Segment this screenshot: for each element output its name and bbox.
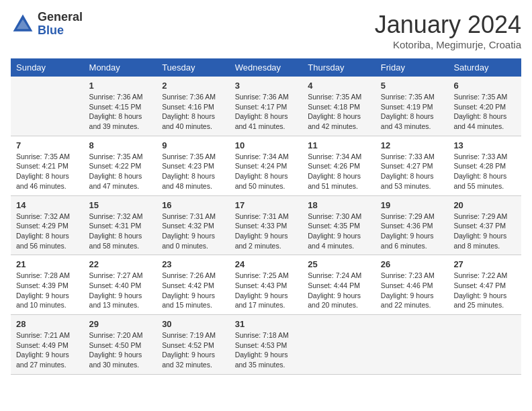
weekday-header: Saturday <box>448 58 521 77</box>
day-info: Sunrise: 7:27 AM Sunset: 4:40 PM Dayligh… <box>89 271 152 310</box>
calendar-cell: 19Sunrise: 7:29 AM Sunset: 4:36 PM Dayli… <box>375 195 449 255</box>
day-info: Sunrise: 7:19 AM Sunset: 4:52 PM Dayligh… <box>162 330 224 370</box>
weekday-header: Sunday <box>11 58 84 77</box>
day-info: Sunrise: 7:20 AM Sunset: 4:50 PM Dayligh… <box>89 330 152 370</box>
calendar-week-row: 1Sunrise: 7:36 AM Sunset: 4:15 PM Daylig… <box>11 77 521 136</box>
weekday-header: Monday <box>84 58 157 77</box>
title-block: January 2024 Kotoriba, Megimurje, Croati… <box>375 11 521 50</box>
page-header: General Blue January 2024 Kotoriba, Megi… <box>11 11 521 50</box>
day-info: Sunrise: 7:36 AM Sunset: 4:15 PM Dayligh… <box>89 92 152 132</box>
calendar-cell: 21Sunrise: 7:28 AM Sunset: 4:39 PM Dayli… <box>11 255 84 315</box>
calendar-week-row: 14Sunrise: 7:32 AM Sunset: 4:29 PM Dayli… <box>11 195 521 255</box>
calendar-cell: 9Sunrise: 7:35 AM Sunset: 4:23 PM Daylig… <box>157 136 230 195</box>
day-number: 22 <box>89 259 152 269</box>
day-info: Sunrise: 7:35 AM Sunset: 4:18 PM Dayligh… <box>308 92 370 132</box>
calendar-cell: 31Sunrise: 7:18 AM Sunset: 4:53 PM Dayli… <box>230 315 303 375</box>
calendar-cell <box>11 77 84 136</box>
day-info: Sunrise: 7:33 AM Sunset: 4:28 PM Dayligh… <box>453 152 516 191</box>
day-number: 29 <box>89 319 152 329</box>
calendar-cell: 26Sunrise: 7:23 AM Sunset: 4:46 PM Dayli… <box>375 255 449 315</box>
day-info: Sunrise: 7:31 AM Sunset: 4:33 PM Dayligh… <box>235 212 298 251</box>
day-info: Sunrise: 7:26 AM Sunset: 4:42 PM Dayligh… <box>162 271 224 310</box>
calendar-cell: 2Sunrise: 7:36 AM Sunset: 4:16 PM Daylig… <box>157 77 230 136</box>
calendar-cell: 8Sunrise: 7:35 AM Sunset: 4:22 PM Daylig… <box>84 136 157 195</box>
calendar-cell: 27Sunrise: 7:22 AM Sunset: 4:47 PM Dayli… <box>448 255 521 315</box>
day-number: 1 <box>89 81 152 91</box>
day-info: Sunrise: 7:31 AM Sunset: 4:32 PM Dayligh… <box>162 212 224 251</box>
day-number: 21 <box>16 259 79 269</box>
day-number: 23 <box>162 259 224 269</box>
day-info: Sunrise: 7:23 AM Sunset: 4:46 PM Dayligh… <box>381 271 443 310</box>
day-number: 8 <box>89 140 152 150</box>
calendar-cell: 16Sunrise: 7:31 AM Sunset: 4:32 PM Dayli… <box>157 195 230 255</box>
weekday-header: Thursday <box>302 58 375 77</box>
day-number: 15 <box>89 200 152 210</box>
day-info: Sunrise: 7:32 AM Sunset: 4:29 PM Dayligh… <box>16 212 79 251</box>
calendar-body: 1Sunrise: 7:36 AM Sunset: 4:15 PM Daylig… <box>11 77 521 374</box>
calendar-cell: 23Sunrise: 7:26 AM Sunset: 4:42 PM Dayli… <box>157 255 230 315</box>
day-info: Sunrise: 7:22 AM Sunset: 4:47 PM Dayligh… <box>453 271 516 310</box>
day-number: 17 <box>235 200 298 210</box>
day-number: 10 <box>235 140 298 150</box>
calendar-cell: 29Sunrise: 7:20 AM Sunset: 4:50 PM Dayli… <box>84 315 157 375</box>
day-info: Sunrise: 7:29 AM Sunset: 4:37 PM Dayligh… <box>453 212 516 251</box>
calendar-cell: 7Sunrise: 7:35 AM Sunset: 4:21 PM Daylig… <box>11 136 84 195</box>
logo-blue: Blue <box>38 24 64 37</box>
calendar-cell: 15Sunrise: 7:32 AM Sunset: 4:31 PM Dayli… <box>84 195 157 255</box>
calendar-table: SundayMondayTuesdayWednesdayThursdayFrid… <box>11 58 521 375</box>
calendar-cell: 5Sunrise: 7:35 AM Sunset: 4:19 PM Daylig… <box>375 77 449 136</box>
logo-general: General <box>38 10 83 24</box>
weekday-header: Wednesday <box>230 58 303 77</box>
calendar-header: SundayMondayTuesdayWednesdayThursdayFrid… <box>11 58 521 77</box>
calendar-week-row: 7Sunrise: 7:35 AM Sunset: 4:21 PM Daylig… <box>11 136 521 195</box>
day-info: Sunrise: 7:18 AM Sunset: 4:53 PM Dayligh… <box>235 330 298 370</box>
day-number: 6 <box>453 81 516 91</box>
day-number: 2 <box>162 81 224 91</box>
location: Kotoriba, Megimurje, Croatia <box>375 39 521 50</box>
calendar-cell: 4Sunrise: 7:35 AM Sunset: 4:18 PM Daylig… <box>302 77 375 136</box>
day-info: Sunrise: 7:25 AM Sunset: 4:43 PM Dayligh… <box>235 271 298 310</box>
calendar-week-row: 28Sunrise: 7:21 AM Sunset: 4:49 PM Dayli… <box>11 315 521 375</box>
calendar-cell: 10Sunrise: 7:34 AM Sunset: 4:24 PM Dayli… <box>230 136 303 195</box>
calendar-cell: 20Sunrise: 7:29 AM Sunset: 4:37 PM Dayli… <box>448 195 521 255</box>
day-number: 31 <box>235 319 298 329</box>
calendar-cell: 30Sunrise: 7:19 AM Sunset: 4:52 PM Dayli… <box>157 315 230 375</box>
day-number: 19 <box>381 200 443 210</box>
day-number: 5 <box>381 81 443 91</box>
day-number: 9 <box>162 140 224 150</box>
day-number: 16 <box>162 200 224 210</box>
calendar-cell: 1Sunrise: 7:36 AM Sunset: 4:15 PM Daylig… <box>84 77 157 136</box>
logo: General Blue <box>11 11 83 38</box>
day-number: 14 <box>16 200 79 210</box>
weekday-header: Tuesday <box>157 58 230 77</box>
calendar-cell: 18Sunrise: 7:30 AM Sunset: 4:35 PM Dayli… <box>302 195 375 255</box>
calendar-cell <box>302 315 375 375</box>
calendar-cell: 22Sunrise: 7:27 AM Sunset: 4:40 PM Dayli… <box>84 255 157 315</box>
calendar-cell: 28Sunrise: 7:21 AM Sunset: 4:49 PM Dayli… <box>11 315 84 375</box>
day-number: 20 <box>453 200 516 210</box>
day-number: 13 <box>453 140 516 150</box>
calendar-cell <box>375 315 449 375</box>
day-info: Sunrise: 7:24 AM Sunset: 4:44 PM Dayligh… <box>308 271 370 310</box>
day-info: Sunrise: 7:36 AM Sunset: 4:16 PM Dayligh… <box>162 92 224 132</box>
day-info: Sunrise: 7:28 AM Sunset: 4:39 PM Dayligh… <box>16 271 79 310</box>
day-info: Sunrise: 7:21 AM Sunset: 4:49 PM Dayligh… <box>16 330 79 370</box>
day-info: Sunrise: 7:35 AM Sunset: 4:21 PM Dayligh… <box>16 152 79 191</box>
calendar-cell: 17Sunrise: 7:31 AM Sunset: 4:33 PM Dayli… <box>230 195 303 255</box>
weekday-header: Friday <box>375 58 449 77</box>
header-row: SundayMondayTuesdayWednesdayThursdayFrid… <box>11 58 521 77</box>
day-info: Sunrise: 7:30 AM Sunset: 4:35 PM Dayligh… <box>308 212 370 251</box>
calendar-cell: 3Sunrise: 7:36 AM Sunset: 4:17 PM Daylig… <box>230 77 303 136</box>
day-number: 12 <box>381 140 443 150</box>
day-number: 4 <box>308 81 370 91</box>
logo-text: General Blue <box>38 11 83 38</box>
calendar-cell: 24Sunrise: 7:25 AM Sunset: 4:43 PM Dayli… <box>230 255 303 315</box>
day-info: Sunrise: 7:35 AM Sunset: 4:19 PM Dayligh… <box>381 92 443 132</box>
day-info: Sunrise: 7:35 AM Sunset: 4:20 PM Dayligh… <box>453 92 516 132</box>
day-number: 18 <box>308 200 370 210</box>
calendar-cell <box>448 315 521 375</box>
month-title: January 2024 <box>375 11 521 39</box>
day-number: 28 <box>16 319 79 329</box>
day-info: Sunrise: 7:35 AM Sunset: 4:23 PM Dayligh… <box>162 152 224 191</box>
day-number: 3 <box>235 81 298 91</box>
